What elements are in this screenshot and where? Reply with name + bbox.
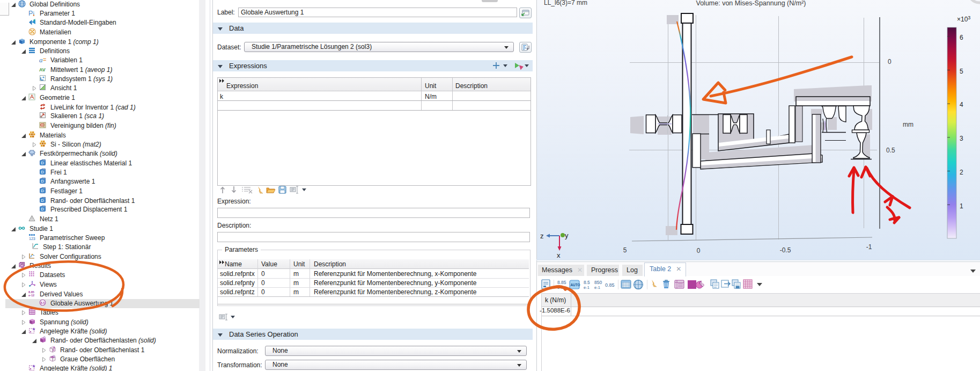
svg-text:0.5: 0.5 xyxy=(886,147,895,154)
svg-text:4: 4 xyxy=(960,101,963,108)
svg-text:0.85: 0.85 xyxy=(605,282,615,288)
svg-text:1: 1 xyxy=(960,202,963,210)
svg-text:850: 850 xyxy=(594,280,602,285)
svg-text:5: 5 xyxy=(623,246,627,254)
svg-text:0: 0 xyxy=(697,247,701,254)
svg-text:y: y xyxy=(565,231,569,239)
svg-text:3: 3 xyxy=(960,135,963,142)
svg-text:-0.5: -0.5 xyxy=(780,246,791,254)
svg-text:x: x xyxy=(557,251,561,259)
svg-text:5: 5 xyxy=(960,68,963,75)
svg-text:mm: mm xyxy=(903,121,913,128)
svg-text:-1: -1 xyxy=(866,243,872,251)
svg-text:0: 0 xyxy=(888,58,891,66)
svg-text:e-1: e-1 xyxy=(594,285,600,290)
svg-text:z: z xyxy=(540,232,544,240)
svg-text:6: 6 xyxy=(960,34,963,41)
svg-text:Volume: von Mises-Spannung (N/: Volume: von Mises-Spannung (N/m²) xyxy=(696,0,806,7)
svg-text:2: 2 xyxy=(960,169,963,176)
svg-text:LL_l6(3)=7 mm: LL_l6(3)=7 mm xyxy=(544,0,587,6)
